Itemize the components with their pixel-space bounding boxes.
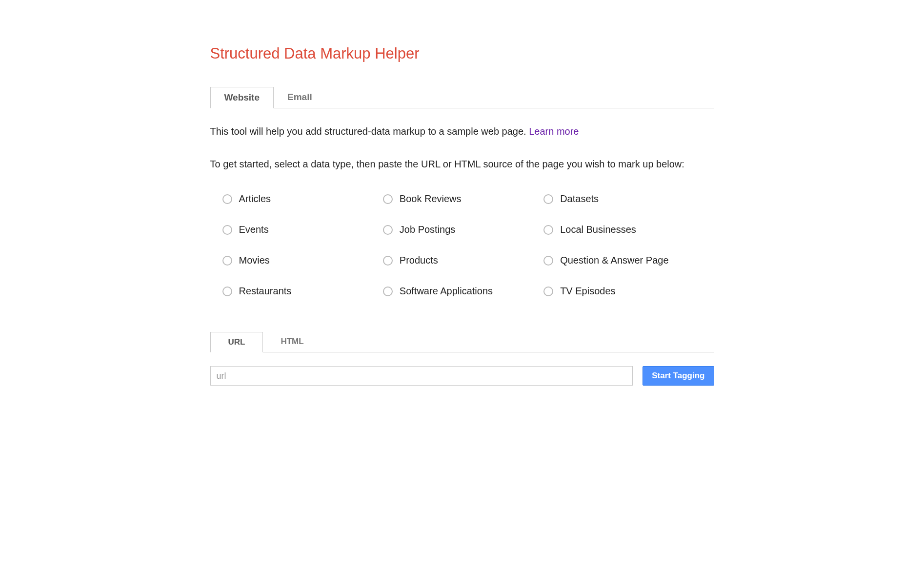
radio-label: Software Applications [400, 286, 493, 297]
page-title: Structured Data Markup Helper [210, 45, 714, 62]
radio-icon [383, 256, 393, 266]
instruction-text: To get started, select a data type, then… [210, 159, 714, 170]
radio-icon [222, 194, 232, 204]
radio-restaurants[interactable]: Restaurants [222, 286, 373, 297]
radio-icon [543, 287, 553, 296]
radio-icon [222, 256, 232, 266]
url-input[interactable] [210, 366, 633, 386]
radio-label: Question & Answer Page [560, 255, 668, 266]
radio-local-businesses[interactable]: Local Businesses [543, 224, 694, 235]
radio-events[interactable]: Events [222, 224, 373, 235]
radio-icon [383, 194, 393, 204]
radio-icon [222, 287, 232, 296]
radio-label: Products [400, 255, 438, 266]
radio-label: Movies [239, 255, 270, 266]
source-tab-url[interactable]: URL [210, 332, 263, 352]
intro-text: This tool will help you add structured-d… [210, 126, 529, 137]
source-tab-html[interactable]: HTML [263, 332, 321, 352]
radio-label: Events [239, 224, 269, 235]
learn-more-link[interactable]: Learn more [529, 126, 579, 137]
radio-job-postings[interactable]: Job Postings [383, 224, 534, 235]
radio-book-reviews[interactable]: Book Reviews [383, 193, 534, 205]
radio-products[interactable]: Products [383, 255, 534, 266]
tab-website[interactable]: Website [210, 87, 274, 108]
radio-icon [543, 256, 553, 266]
data-type-grid: Articles Book Reviews Datasets Events Jo… [210, 193, 714, 297]
radio-label: TV Episodes [560, 286, 615, 297]
intro-paragraph: This tool will help you add structured-d… [210, 126, 714, 137]
radio-label: Datasets [560, 193, 599, 205]
radio-movies[interactable]: Movies [222, 255, 373, 266]
input-row: Start Tagging [210, 366, 714, 386]
radio-label: Job Postings [400, 224, 456, 235]
radio-icon [383, 225, 393, 235]
radio-label: Articles [239, 193, 271, 205]
radio-icon [543, 225, 553, 235]
radio-icon [222, 225, 232, 235]
tab-email[interactable]: Email [274, 87, 326, 108]
radio-label: Restaurants [239, 286, 292, 297]
radio-label: Local Businesses [560, 224, 636, 235]
source-tab-row: URL HTML [210, 332, 714, 352]
radio-icon [543, 194, 553, 204]
radio-icon [383, 287, 393, 296]
start-tagging-button[interactable]: Start Tagging [643, 366, 714, 386]
radio-articles[interactable]: Articles [222, 193, 373, 205]
radio-datasets[interactable]: Datasets [543, 193, 694, 205]
radio-tv-episodes[interactable]: TV Episodes [543, 286, 694, 297]
radio-label: Book Reviews [400, 193, 462, 205]
radio-software-applications[interactable]: Software Applications [383, 286, 534, 297]
top-tab-row: Website Email [210, 87, 714, 108]
radio-qa-page[interactable]: Question & Answer Page [543, 255, 694, 266]
